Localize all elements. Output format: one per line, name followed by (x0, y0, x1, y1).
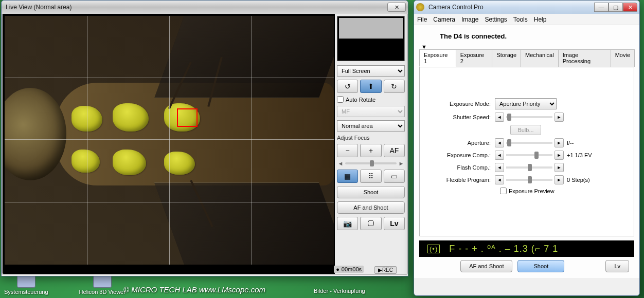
nudge-right-icon[interactable]: ► (554, 113, 564, 122)
app-icon (416, 3, 424, 11)
aperture-label: Aperture: (428, 140, 495, 146)
camera-icon-button[interactable]: 📷 (337, 217, 358, 230)
focus-minus-button[interactable]: − (337, 144, 358, 157)
exposure-mode-label: Exposure Mode: (428, 101, 495, 107)
shutter-speed-slider[interactable]: ◄ ► (495, 113, 564, 122)
aperture-value: f/-- (567, 140, 574, 146)
watermark: © MICRO TECH LAB www.LMscope.com (123, 285, 265, 294)
close-button[interactable]: ✕ (387, 3, 406, 12)
upload-button[interactable]: ⬆ (360, 80, 381, 93)
rec-button[interactable]: ▶REC (374, 266, 397, 274)
maximize-button[interactable]: ▢ (609, 3, 623, 12)
preview-thumb (337, 16, 405, 61)
area-mode-select[interactable]: Normal area (337, 120, 405, 132)
ccp-titlebar[interactable]: Camera Control Pro — ▢ ✕ (414, 1, 639, 14)
expcomp-value: +1 1/3 EV (567, 152, 592, 158)
exposure-preview-checkbox[interactable]: Exposure Preview (500, 188, 625, 194)
camera-lcd-display: (•) F - - + . ⁰ᴬ . – 1.3 (⌐ 7 1 (419, 240, 634, 257)
lv-button[interactable]: Lv (384, 217, 405, 230)
menu-file[interactable]: File (417, 16, 427, 23)
monitor-icon-button[interactable]: 🖵 (360, 217, 381, 230)
rotate-cw-button[interactable]: ↻ (384, 80, 405, 93)
grid-overlay (5, 16, 334, 265)
tab-image-processing[interactable]: Image Processing (558, 49, 611, 67)
flash-slider[interactable]: ◄► (495, 163, 564, 172)
camera-control-pro-window: Camera Control Pro — ▢ ✕ File Camera Ima… (414, 0, 640, 296)
grid-view-button[interactable]: ▦ (337, 170, 358, 183)
auto-rotate-checkbox[interactable]: Auto Rotate (337, 96, 405, 103)
flex-value: 0 Step(s) (567, 177, 590, 183)
menu-image[interactable]: Image (461, 16, 478, 23)
focus-mode-select[interactable]: MF (337, 106, 405, 117)
fit-button[interactable]: ▭ (384, 170, 405, 183)
tab-mechanical[interactable]: Mechanical (521, 49, 559, 67)
focus-rectangle[interactable] (177, 108, 198, 127)
shutter-speed-label: Shutter Speed: (428, 114, 495, 120)
tab-exposure-1[interactable]: Exposure 1 (419, 49, 456, 67)
connection-status: The D4 is connected. (440, 32, 634, 40)
flex-label: Flexible Program: (428, 177, 495, 183)
menu-help[interactable]: Help (534, 16, 547, 23)
live-view-image[interactable] (5, 16, 334, 265)
rotate-ccw-button[interactable]: ↺ (337, 80, 358, 93)
tab-movie[interactable]: Movie (611, 49, 635, 67)
close-button[interactable]: ✕ (623, 3, 637, 12)
shoot-button[interactable]: Shoot (337, 186, 405, 198)
flex-slider[interactable]: ◄► (495, 175, 564, 184)
aperture-slider[interactable]: ◄► (495, 138, 564, 147)
expcomp-label: Exposure Comp.: (428, 152, 495, 158)
menu-bar: File Camera Image Settings Tools Help (414, 14, 639, 25)
live-view-controls: Full Screen ↺ ⬆ ↻ Auto Rotate MF Normal … (335, 14, 407, 274)
exposure-mode-select[interactable]: Aperture Priority (495, 98, 557, 109)
minimize-button[interactable]: — (594, 3, 609, 12)
ccp-title: Camera Control Pro (426, 4, 594, 11)
menu-settings[interactable]: Settings (485, 16, 507, 23)
expcomp-slider[interactable]: ◄► (495, 151, 564, 160)
record-timer: ●00m00s (334, 266, 364, 273)
tab-storage[interactable]: Storage (492, 49, 521, 67)
adjust-focus-label: Adjust Focus (337, 135, 405, 141)
live-view-titlebar[interactable]: Live View (Normal area) ✕ (2, 1, 408, 14)
af-and-shoot-button[interactable]: AF and Shoot (337, 201, 405, 214)
nudge-left-icon[interactable]: ◄ (495, 113, 504, 122)
af-and-shoot-button[interactable]: AF and Shoot (460, 260, 512, 272)
lcd-readout: F - - + . ⁰ᴬ . – 1.3 (⌐ 7 1 (449, 243, 558, 254)
lv-button[interactable]: Lv (605, 260, 629, 272)
bulb-button[interactable]: Bulb... (510, 125, 541, 135)
live-view-window: Live View (Normal area) ✕ Full Screen ↺ (1, 0, 408, 276)
tab-bar: Exposure 1 Exposure 2 Storage Mechanical… (419, 49, 634, 67)
fullscreen-select[interactable]: Full Screen (337, 65, 405, 77)
tab-exposure-2[interactable]: Exposure 2 (456, 49, 493, 67)
flash-label: Flash Comp.: (428, 164, 495, 171)
menu-tools[interactable]: Tools (513, 16, 528, 23)
exposure-panel: Exposure Mode: Aperture Priority Shutter… (419, 67, 634, 236)
shoot-button[interactable]: Shoot (517, 260, 564, 272)
desktop-shortcut-bilder[interactable]: Bilder - Verknüpfung (314, 288, 365, 294)
live-view-title: Live View (Normal area) (4, 4, 387, 11)
metering-icon: (•) (427, 245, 440, 253)
menu-camera[interactable]: Camera (433, 16, 455, 23)
af-button[interactable]: AF (384, 144, 405, 157)
focus-plus-button[interactable]: + (360, 144, 381, 157)
focus-slider[interactable]: ◄► (337, 160, 405, 166)
histogram-button[interactable]: ⠿ (360, 170, 381, 183)
